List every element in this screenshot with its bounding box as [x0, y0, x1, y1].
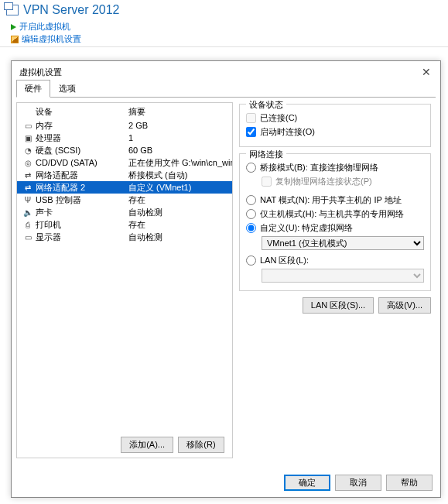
device-icon	[22, 183, 34, 192]
rb-hostonly[interactable]: 仅主机模式(H): 与主机共享的专用网络	[246, 207, 424, 221]
vm-header: VPN Server 2012 开启此虚拟机 编辑虚拟机设置	[0, 0, 448, 47]
dialog-title: 虚拟机设置	[19, 67, 62, 78]
device-icon	[22, 171, 34, 180]
device-name: 打印机	[34, 219, 128, 231]
remove-button[interactable]: 移除(R)	[178, 437, 224, 453]
device-row[interactable]: 网络适配器 2自定义 (VMnet1)	[17, 181, 232, 194]
device-row[interactable]: 网络适配器桥接模式 (自动)	[17, 169, 232, 181]
device-name: 硬盘 (SCSI)	[34, 145, 128, 156]
device-icon	[22, 233, 34, 242]
device-summary: 自动检测	[128, 207, 232, 218]
device-name: 处理器	[34, 132, 128, 144]
cb-replicate: 复制物理网络连接状态(P)	[246, 174, 424, 188]
col-device: 设备	[36, 106, 128, 118]
help-button[interactable]: 帮助	[386, 475, 433, 491]
vm-icon	[6, 5, 19, 15]
ok-button[interactable]: 确定	[284, 475, 330, 491]
device-icon	[22, 122, 34, 130]
device-row[interactable]: 显示器自动检测	[17, 231, 232, 243]
device-icon	[22, 146, 34, 155]
device-name: 声卡	[34, 207, 128, 218]
device-icon	[22, 134, 34, 142]
vm-settings-dialog: 虚拟机设置 ✕ 硬件 选项 设备 摘要 内存2 GB处理器1硬盘 (SCSI)6…	[11, 60, 441, 498]
edit-icon	[11, 36, 19, 43]
device-summary: 2 GB	[128, 121, 232, 130]
device-row[interactable]: 声卡自动检测	[17, 206, 232, 218]
tab-options[interactable]: 选项	[50, 80, 84, 98]
device-name: 内存	[34, 120, 128, 132]
add-button[interactable]: 添加(A)...	[121, 437, 173, 453]
device-summary: 自动检测	[128, 231, 232, 243]
device-icon	[22, 221, 34, 229]
rb-nat[interactable]: NAT 模式(N): 用于共享主机的 IP 地址	[246, 193, 424, 207]
lan-segment-select	[262, 269, 424, 283]
device-name: USB 控制器	[34, 194, 128, 206]
action-edit-settings[interactable]: 编辑虚拟机设置	[11, 33, 442, 45]
col-summary: 摘要	[128, 106, 145, 118]
network-connection-group: 网络连接 桥接模式(B): 直接连接物理网络 复制物理网络连接状态(P) NAT…	[239, 153, 431, 291]
rb-custom[interactable]: 自定义(U): 特定虚拟网络	[246, 221, 424, 235]
device-summary: 自定义 (VMnet1)	[128, 182, 232, 194]
vm-title: VPN Server 2012	[23, 3, 120, 17]
device-name: CD/DVD (SATA)	[34, 158, 128, 167]
lan-segments-button[interactable]: LAN 区段(S)...	[303, 297, 374, 314]
device-summary: 桥接模式 (自动)	[128, 170, 232, 181]
close-icon[interactable]: ✕	[419, 66, 434, 78]
device-icon	[22, 208, 34, 217]
device-summary: 存在	[128, 194, 232, 206]
device-summary: 60 GB	[128, 146, 232, 155]
tabs: 硬件 选项	[16, 80, 436, 98]
device-row[interactable]: CD/DVD (SATA)正在使用文件 G:\win\cn_wind...	[17, 156, 232, 169]
device-row[interactable]: 处理器1	[17, 132, 232, 144]
rb-lan[interactable]: LAN 区段(L):	[246, 253, 424, 267]
device-row[interactable]: 硬盘 (SCSI)60 GB	[17, 144, 232, 156]
rb-bridge[interactable]: 桥接模式(B): 直接连接物理网络	[246, 160, 424, 174]
device-icon	[22, 196, 34, 204]
custom-vmnet-select[interactable]: VMnet1 (仅主机模式)	[262, 236, 424, 250]
action-power-on[interactable]: 开启此虚拟机	[11, 20, 442, 33]
device-row[interactable]: USB 控制器存在	[17, 194, 232, 206]
device-name: 显示器	[34, 231, 128, 243]
device-row[interactable]: 内存2 GB	[17, 119, 232, 132]
device-summary: 1	[128, 133, 232, 142]
device-status-group: 设备状态 已连接(C) 启动时连接(O)	[239, 104, 431, 147]
device-icon	[22, 159, 34, 167]
device-row[interactable]: 打印机存在	[17, 218, 232, 231]
device-summary: 正在使用文件 G:\win\cn_wind...	[128, 157, 232, 169]
tab-hardware[interactable]: 硬件	[16, 80, 50, 98]
device-name: 网络适配器	[34, 170, 128, 181]
advanced-button[interactable]: 高级(V)...	[378, 297, 431, 314]
device-summary: 存在	[128, 219, 232, 231]
cancel-button[interactable]: 取消	[335, 475, 381, 491]
device-list: 设备 摘要 内存2 GB处理器1硬盘 (SCSI)60 GBCD/DVD (SA…	[16, 102, 233, 458]
play-icon	[11, 24, 16, 30]
device-name: 网络适配器 2	[34, 182, 128, 194]
cb-connected[interactable]: 已连接(C)	[246, 111, 424, 125]
cb-connect-poweron[interactable]: 启动时连接(O)	[246, 125, 424, 139]
